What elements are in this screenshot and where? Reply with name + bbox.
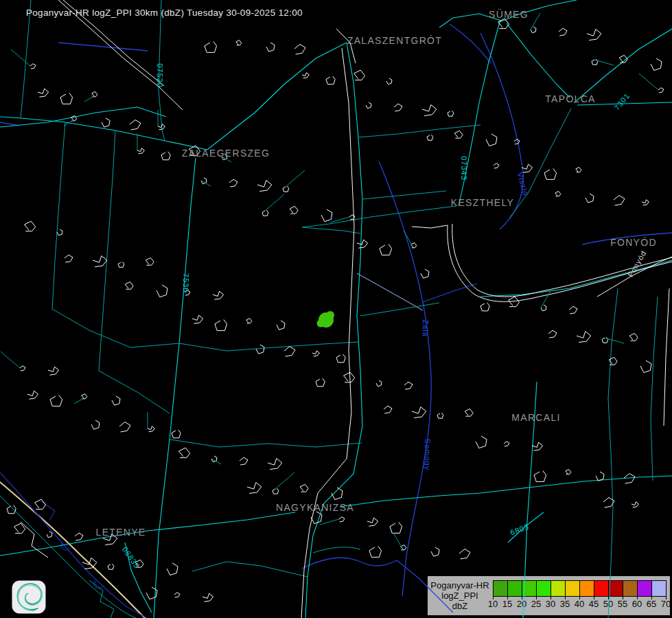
village-outline bbox=[548, 330, 557, 338]
village-outline bbox=[498, 19, 509, 28]
minor-road-segment bbox=[286, 170, 305, 187]
village-outline bbox=[619, 55, 627, 62]
village-outline bbox=[480, 303, 489, 311]
village-outline bbox=[48, 367, 59, 375]
minor-road-segment bbox=[404, 231, 413, 247]
village-outline bbox=[47, 531, 52, 538]
minor-road-segment bbox=[265, 194, 284, 211]
village-outline bbox=[651, 58, 662, 71]
village-outline bbox=[486, 134, 497, 146]
legend-tick-label: 60 bbox=[632, 599, 642, 609]
radar-echo bbox=[317, 320, 325, 328]
village-outline bbox=[35, 499, 46, 509]
village-outline bbox=[30, 64, 36, 69]
minor-road-segment bbox=[11, 49, 30, 66]
village-outline bbox=[602, 337, 608, 343]
legend-tick-label: 65 bbox=[647, 599, 656, 609]
village-outline bbox=[172, 430, 181, 438]
river-layer bbox=[0, 24, 672, 618]
village-outline bbox=[541, 305, 546, 311]
legend-swatch bbox=[536, 580, 551, 597]
village-outline bbox=[326, 76, 335, 84]
legend-title-block: Poganyvar-HRlogZ_PPIdbZ bbox=[428, 576, 492, 615]
village-outline bbox=[71, 116, 77, 121]
legend-swatch bbox=[651, 580, 667, 597]
radar-echo bbox=[318, 312, 334, 328]
village-outline bbox=[394, 104, 402, 111]
minor-road-segment bbox=[64, 120, 73, 126]
city-label: FONYÓD bbox=[610, 237, 657, 248]
city-label: KESZTHELY bbox=[451, 197, 514, 208]
village-outline bbox=[509, 297, 520, 306]
village-outline bbox=[302, 73, 309, 78]
village-outline bbox=[384, 406, 392, 413]
village-outline bbox=[247, 483, 262, 494]
village-outline bbox=[277, 321, 285, 330]
village-outline bbox=[437, 413, 443, 418]
village-outline bbox=[454, 130, 463, 138]
road-number-label: 07343 bbox=[460, 156, 468, 181]
legend-tick-label: 70 bbox=[661, 599, 671, 609]
spiral-icon bbox=[12, 580, 46, 614]
legend-swatch bbox=[493, 580, 508, 597]
village-outline bbox=[135, 560, 143, 567]
village-outline bbox=[57, 229, 62, 236]
village-outline bbox=[93, 256, 107, 267]
legend-swatch bbox=[594, 580, 609, 597]
village-outline bbox=[476, 436, 487, 448]
village-outline bbox=[82, 558, 97, 569]
legend-swatch bbox=[579, 580, 594, 597]
village-outline bbox=[367, 518, 378, 526]
village-outline bbox=[246, 319, 252, 323]
river-label: Zala bbox=[421, 319, 430, 336]
village-outline bbox=[522, 164, 533, 172]
village-outline bbox=[118, 262, 124, 267]
rail-shore-layer bbox=[21, 0, 672, 618]
legend-swatch bbox=[551, 580, 566, 597]
village-outline bbox=[586, 194, 594, 203]
village-outline bbox=[50, 395, 62, 406]
river-label: Somogy bbox=[424, 439, 432, 470]
legend-tick-label: 30 bbox=[546, 599, 555, 609]
legend-swatch bbox=[522, 580, 537, 597]
village-outline bbox=[211, 456, 217, 462]
village-outline bbox=[130, 120, 141, 130]
village-outline bbox=[592, 59, 598, 65]
road-layer bbox=[0, 0, 672, 618]
village-outline bbox=[229, 179, 237, 187]
legend-tick-label: 50 bbox=[603, 599, 613, 609]
legend-title-line: dbZ bbox=[452, 601, 467, 611]
village-outline bbox=[20, 366, 25, 371]
village-outline bbox=[459, 549, 470, 559]
village-outline bbox=[92, 92, 97, 97]
river-label: Viszló bbox=[516, 171, 531, 196]
village-outline bbox=[494, 163, 499, 168]
legend-tick-label: 25 bbox=[531, 599, 541, 609]
village-outline bbox=[640, 360, 651, 373]
village-outline bbox=[201, 178, 207, 184]
road-number-label: 6803 bbox=[509, 522, 531, 536]
legend-tick-label: 55 bbox=[618, 599, 627, 609]
village-outline bbox=[112, 396, 120, 405]
village-outline bbox=[632, 502, 638, 507]
village-outline bbox=[256, 345, 264, 354]
road-number-label: 7536 bbox=[182, 273, 190, 293]
village-outline bbox=[300, 484, 308, 492]
village-outline bbox=[376, 380, 382, 387]
village-outline bbox=[174, 593, 180, 597]
city-label: SÜMEG bbox=[489, 9, 529, 20]
village-outline bbox=[339, 517, 345, 522]
village-marks-layer bbox=[1, 13, 664, 602]
legend-swatch bbox=[507, 580, 522, 597]
village-outline bbox=[336, 354, 345, 363]
village-outline bbox=[534, 470, 546, 481]
village-outline bbox=[240, 457, 248, 465]
village-outline bbox=[431, 547, 439, 556]
village-outline bbox=[642, 200, 649, 205]
village-outline bbox=[311, 512, 322, 524]
minor-road-segment bbox=[639, 73, 658, 90]
village-outline bbox=[273, 488, 279, 494]
village-outline bbox=[559, 28, 567, 36]
radar-map-canvas bbox=[0, 0, 672, 618]
village-outline bbox=[27, 391, 38, 399]
